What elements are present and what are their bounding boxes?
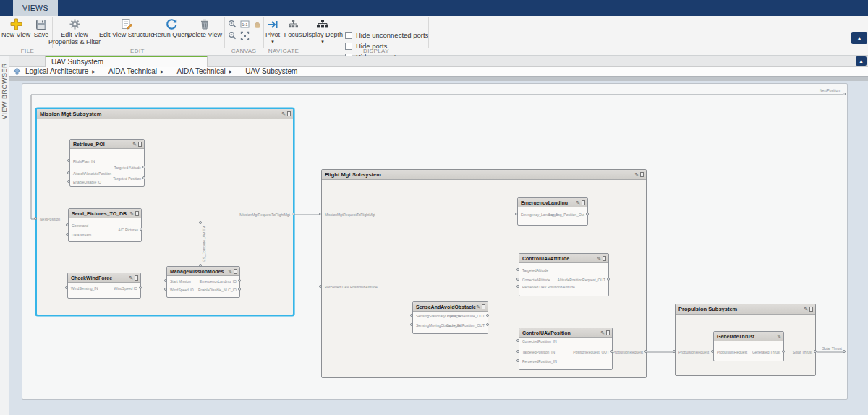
port-sensingmovingobstacle-in[interactable]	[410, 323, 413, 326]
block-send-pictures-to-db[interactable]: Send_Pictures_TO_DB✎	[68, 208, 142, 242]
badge-icon[interactable]	[582, 200, 585, 205]
port-flightplan-in[interactable]	[67, 159, 70, 162]
port-enabledisable-nlc-io[interactable]	[238, 288, 241, 291]
port-windsensing-in[interactable]	[65, 286, 68, 289]
new-view-button[interactable]: New View	[1, 17, 30, 39]
port-nextposition[interactable]	[34, 217, 37, 220]
pencil-icon[interactable]: ✎	[600, 330, 605, 335]
port-propulsionrequest[interactable]	[673, 350, 676, 353]
port-enabledisable-io[interactable]	[67, 180, 70, 183]
navigate-up-icon[interactable]	[13, 67, 21, 75]
port-data-stream[interactable]	[66, 233, 69, 236]
port-landing-position-out[interactable]	[586, 213, 589, 215]
pivot-button[interactable]: Pivot ▾	[263, 17, 283, 44]
badge-icon[interactable]	[287, 111, 291, 116]
port-propulsionrequest[interactable]	[644, 350, 647, 353]
block-senseandavoidobstacle[interactable]: SenseAndAvoidObstacle✎	[412, 301, 488, 334]
fit-view-icon[interactable]	[239, 30, 250, 40]
delete-view-button[interactable]: Delete View	[184, 17, 225, 39]
breadcrumb-item[interactable]: AIDA Technical	[109, 67, 157, 75]
pencil-icon[interactable]: ✎	[476, 304, 480, 309]
port-correctedaltitude-out[interactable]	[486, 314, 489, 317]
block-managemissionmodes[interactable]: ManageMissionModes✎	[166, 266, 240, 298]
port-a-c-pictures[interactable]	[140, 228, 142, 231]
port-command[interactable]	[66, 223, 69, 226]
panel-toggle-button[interactable]: ▴	[856, 56, 867, 66]
block-retrieve-poi[interactable]: Retrieve_POI✎	[69, 139, 145, 187]
badge-icon[interactable]	[138, 142, 142, 147]
header-icons: ✎	[228, 269, 239, 274]
port-start-mission[interactable]	[164, 279, 167, 282]
breadcrumb-item[interactable]: AIDA Technical	[177, 67, 226, 75]
pencil-icon[interactable]: ✎	[132, 142, 137, 147]
block-controluavposition[interactable]: ControlUAVPosition✎	[519, 328, 613, 370]
port-top[interactable]	[199, 264, 202, 267]
pencil-icon[interactable]: ✎	[777, 334, 781, 339]
port-targeted-position[interactable]	[142, 176, 145, 179]
pan-hand-icon[interactable]	[252, 19, 263, 29]
port-windspeed-io[interactable]	[139, 286, 142, 289]
hide-unconnected-ports-checkbox[interactable]: Hide unconnected ports	[345, 31, 428, 39]
connector-end-port[interactable]	[199, 221, 202, 224]
pencil-icon[interactable]: ✎	[129, 275, 133, 281]
port-perceivedposition-in[interactable]	[516, 359, 519, 362]
block-checkwindforce[interactable]: CheckWindForce✎	[67, 273, 141, 299]
port-altitudepositionrequest-out[interactable]	[607, 278, 610, 281]
port-correctedaltitude[interactable]	[516, 278, 519, 281]
badge-icon[interactable]	[809, 307, 813, 312]
badge-icon[interactable]	[135, 275, 138, 281]
port-missionmgtrequesttoflightmgt[interactable]	[292, 213, 294, 215]
badge-icon[interactable]	[482, 304, 485, 309]
zoom-in-icon[interactable]	[227, 19, 238, 29]
port-perceived-uav-position-altitude[interactable]	[516, 285, 519, 288]
port-correctedposition-in[interactable]	[516, 339, 519, 342]
tab-views[interactable]: VIEWS	[13, 0, 58, 16]
badge-icon[interactable]	[640, 172, 644, 177]
connector-end-port[interactable]	[843, 93, 846, 95]
display-depth-button[interactable]: Display Depth ▾	[300, 17, 345, 44]
edit-view-properties-button[interactable]: Edit View Properties & Filter	[46, 17, 103, 46]
pencil-icon[interactable]: ✎	[576, 200, 580, 205]
port-perceived-uav-position-altitude[interactable]	[319, 285, 322, 288]
connector-end-port[interactable]	[843, 350, 846, 353]
badge-icon[interactable]	[606, 330, 610, 335]
checkbox-box[interactable]	[345, 43, 352, 50]
checkbox-box[interactable]	[345, 32, 352, 39]
pencil-icon[interactable]: ✎	[634, 172, 639, 177]
port-generated-thrust[interactable]	[782, 350, 785, 353]
pencil-icon[interactable]: ✎	[129, 211, 134, 216]
breadcrumb-item[interactable]: Logical Architecture	[25, 67, 88, 75]
pencil-icon[interactable]: ✎	[228, 269, 232, 274]
port-emergencylanding-io[interactable]	[238, 279, 241, 282]
block-generatethrust[interactable]: GenerateThrust✎	[713, 331, 784, 361]
toolstrip-tab-bar: VIEWS	[0, 0, 868, 16]
port-targetedaltitude[interactable]	[516, 268, 519, 271]
badge-icon[interactable]	[135, 211, 139, 216]
pencil-icon[interactable]: ✎	[597, 256, 601, 261]
port-solar-thrust[interactable]	[814, 350, 817, 353]
port-windspeed-io[interactable]	[164, 288, 167, 291]
tab-uav-subsystem[interactable]: UAV Subsystem	[45, 56, 208, 67]
zoom-out-icon[interactable]	[227, 30, 238, 40]
view-browser-panel[interactable]: VIEW BROWSER	[0, 56, 9, 415]
block-emergencylanding[interactable]: EmergencyLanding✎	[517, 197, 588, 226]
port-propulsionrequest[interactable]	[711, 350, 714, 353]
port-targeted-altitude[interactable]	[142, 166, 145, 168]
edit-view-structure-button[interactable]: Edit View Structure	[99, 17, 154, 39]
port-targetedposition-in[interactable]	[516, 350, 519, 353]
port-aircraftabsoluteposition[interactable]	[67, 171, 70, 174]
pencil-icon[interactable]: ✎	[281, 111, 286, 116]
badge-icon[interactable]	[603, 256, 606, 261]
one-to-one-icon[interactable]: 1:1	[239, 19, 250, 29]
port-sensingstationaryobject-in[interactable]	[410, 314, 413, 317]
collapse-ribbon-button[interactable]: ▴	[851, 32, 867, 44]
canvas-top-scroll-strip[interactable]	[9, 76, 868, 81]
port-positionrequest-out[interactable]	[610, 350, 613, 353]
badge-icon[interactable]	[234, 269, 237, 274]
port-missionmgtrequesttoflightmgt[interactable]	[319, 213, 322, 215]
pencil-icon[interactable]: ✎	[804, 307, 808, 312]
port-emergency-landing-in[interactable]	[515, 213, 518, 215]
port-correctedposition-out[interactable]	[486, 323, 489, 326]
block-controluavattitude[interactable]: ControlUAVAttitude✎	[519, 253, 609, 296]
breadcrumb-item[interactable]: UAV Subsystem	[245, 67, 297, 75]
